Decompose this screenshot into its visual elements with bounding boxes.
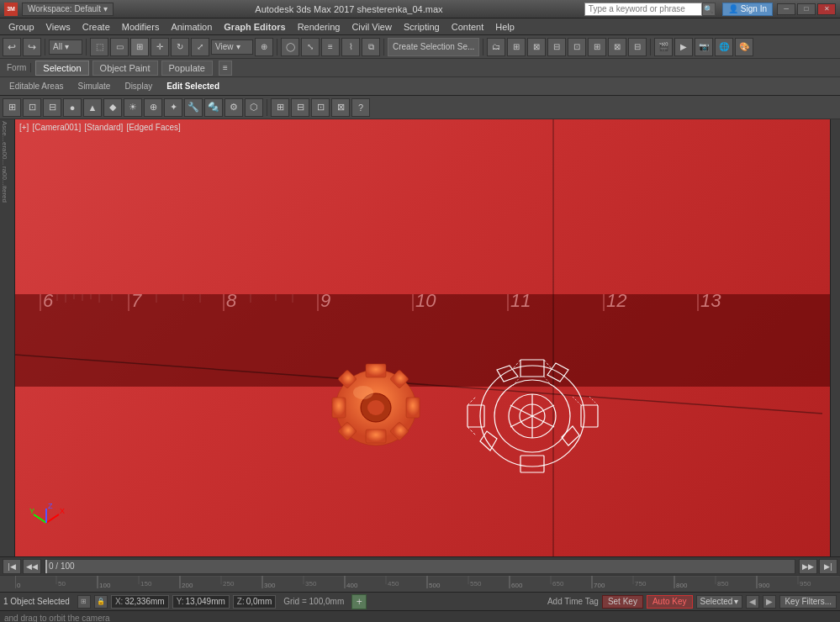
viewport[interactable]: 6 7 8 9 10 11 12 13 — [15, 119, 830, 556]
icon-btn-5[interactable]: ▲ — [83, 98, 102, 117]
select-move-button[interactable]: ✛ — [151, 38, 169, 56]
tab-edit-selected[interactable]: Edit Selected — [161, 80, 225, 92]
create-selection-set-button[interactable]: Create Selection Se... — [388, 38, 479, 56]
workspace-selector[interactable]: Workspace: Default ▾ — [22, 3, 114, 16]
selection-filter-dropdown[interactable]: All ▾ — [49, 40, 82, 55]
icon-btn-8[interactable]: ⊕ — [144, 98, 162, 117]
search-bar[interactable]: 🔍 — [584, 3, 716, 16]
render-type-button[interactable]: 📷 — [695, 38, 713, 56]
nav-arrows-right[interactable]: ▶ — [763, 595, 776, 609]
mirror-button[interactable]: ⤡ — [301, 38, 320, 56]
select-highlight-button[interactable]: ◯ — [281, 38, 299, 56]
svg-rect-50 — [468, 405, 484, 427]
tools4-button[interactable]: ⊟ — [547, 38, 566, 56]
tools3-button[interactable]: ⊠ — [527, 38, 546, 56]
tools8-button[interactable]: ⊟ — [628, 38, 647, 56]
populate-extra-btn[interactable]: ≡ — [219, 61, 232, 76]
tab-simulate[interactable]: Simulate — [73, 80, 116, 92]
viewport-camera-label: [Camera001] — [32, 123, 81, 132]
icon-btn-2[interactable]: ⊡ — [23, 98, 41, 117]
separator6 — [650, 39, 651, 55]
svg-text:150: 150 — [140, 580, 152, 588]
clone-button[interactable]: ⧉ — [362, 38, 380, 56]
tab-display[interactable]: Display — [119, 80, 157, 92]
prev-key-button[interactable]: ◀◀ — [23, 559, 41, 574]
tab-editable-areas[interactable]: Editable Areas — [4, 80, 69, 92]
close-button[interactable]: ✕ — [817, 3, 836, 15]
menu-modifiers[interactable]: Modifiers — [117, 21, 165, 33]
menu-scripting[interactable]: Scripting — [399, 21, 445, 33]
icon-btn-9[interactable]: ✦ — [164, 98, 182, 117]
mat-editor-button[interactable]: 🎨 — [735, 38, 753, 56]
icon-btn-17[interactable]: ⊠ — [331, 98, 350, 117]
redo-button[interactable]: ↪ — [23, 38, 41, 56]
icon-btn-14[interactable]: ⊞ — [271, 98, 289, 117]
undo-button[interactable]: ↩ — [3, 38, 21, 56]
tools6-button[interactable]: ⊞ — [588, 38, 606, 56]
render-button[interactable]: ▶ — [674, 38, 693, 56]
prev-frame-button[interactable]: |◀ — [3, 559, 21, 574]
menu-create[interactable]: Create — [77, 21, 115, 33]
select-object-button[interactable]: ⬚ — [90, 38, 108, 56]
search-input[interactable] — [584, 3, 702, 16]
rotate-button[interactable]: ↻ — [171, 38, 189, 56]
menu-help[interactable]: Help — [490, 21, 520, 33]
menu-animation[interactable]: Animation — [166, 21, 217, 33]
selection-tab[interactable]: Selection — [35, 61, 88, 76]
icon-btn-10[interactable]: 🔧 — [184, 98, 203, 117]
layer-button[interactable]: 🗂 — [487, 38, 505, 56]
chevron-down-icon: ▾ — [236, 42, 240, 51]
sign-in-button[interactable]: 👤 Sign In — [722, 3, 773, 16]
menu-civil-view[interactable]: Civil View — [346, 21, 396, 33]
menu-views[interactable]: Views — [41, 21, 76, 33]
add-transform-button[interactable]: + — [351, 594, 367, 609]
icon-btn-1[interactable]: ⊞ — [3, 98, 21, 117]
icon-btn-7[interactable]: ☀ — [124, 98, 142, 117]
tools7-button[interactable]: ⊠ — [608, 38, 626, 56]
set-key-button[interactable]: Set Key — [602, 595, 643, 609]
next-key-button[interactable]: ▶▶ — [799, 559, 817, 574]
timeline-track[interactable]: 0 / 100 — [45, 559, 795, 574]
populate-button[interactable]: Populate — [161, 61, 213, 76]
nav-arrows-left[interactable]: ◀ — [746, 595, 759, 609]
window-crossing-button[interactable]: ⊞ — [130, 38, 149, 56]
spacing-button[interactable]: ⌇ — [341, 38, 360, 56]
menu-graph-editors[interactable]: Graph Editors — [219, 21, 290, 33]
reference-coord-dropdown[interactable]: View ▾ — [211, 40, 253, 55]
pivot-button[interactable]: ⊕ — [255, 38, 273, 56]
search-icon[interactable]: 🔍 — [702, 3, 716, 16]
icon-btn-15[interactable]: ⊟ — [291, 98, 309, 117]
chevron-down-icon: ▾ — [103, 4, 108, 13]
key-filters-button[interactable]: Key Filters... — [779, 595, 837, 609]
menu-group[interactable]: Group — [3, 21, 40, 33]
object-paint-tab[interactable]: Object Paint — [92, 61, 158, 76]
svg-text:50: 50 — [58, 580, 66, 588]
icon-btn-4[interactable]: ● — [63, 98, 82, 117]
icon-btn-12[interactable]: ⚙ — [225, 98, 243, 117]
icon-btn-3[interactable]: ⊟ — [43, 98, 61, 117]
tools2-button[interactable]: ⊞ — [507, 38, 526, 56]
render-setup-button[interactable]: 🎬 — [654, 38, 673, 56]
menubar: Group Views Create Modifiers Animation G… — [0, 18, 840, 35]
icon-btn-13[interactable]: ⬡ — [245, 98, 263, 117]
maximize-button[interactable]: □ — [797, 3, 816, 15]
menu-content[interactable]: Content — [446, 21, 489, 33]
icon-btn-18[interactable]: ? — [351, 98, 370, 117]
tools5-button[interactable]: ⊡ — [568, 38, 586, 56]
select-region-button[interactable]: ▭ — [110, 38, 129, 56]
minimize-button[interactable]: ─ — [777, 3, 795, 15]
next-frame-button[interactable]: ▶| — [819, 559, 837, 574]
separator4 — [383, 39, 384, 55]
svg-text:Z: Z — [48, 502, 53, 510]
svg-line-65 — [573, 397, 581, 405]
align-button[interactable]: ≡ — [321, 38, 340, 56]
icon-btn-6[interactable]: ◆ — [103, 98, 122, 117]
menu-rendering[interactable]: Rendering — [293, 21, 346, 33]
svg-text:7: 7 — [131, 294, 142, 311]
env-button[interactable]: 🌐 — [715, 38, 733, 56]
icon-btn-16[interactable]: ⊡ — [311, 98, 330, 117]
scale-button[interactable]: ⤢ — [191, 38, 209, 56]
auto-key-button[interactable]: Auto Key — [647, 595, 693, 609]
selection-dropdown[interactable]: Selected ▾ — [696, 595, 743, 609]
icon-btn-11[interactable]: 🔩 — [204, 98, 223, 117]
